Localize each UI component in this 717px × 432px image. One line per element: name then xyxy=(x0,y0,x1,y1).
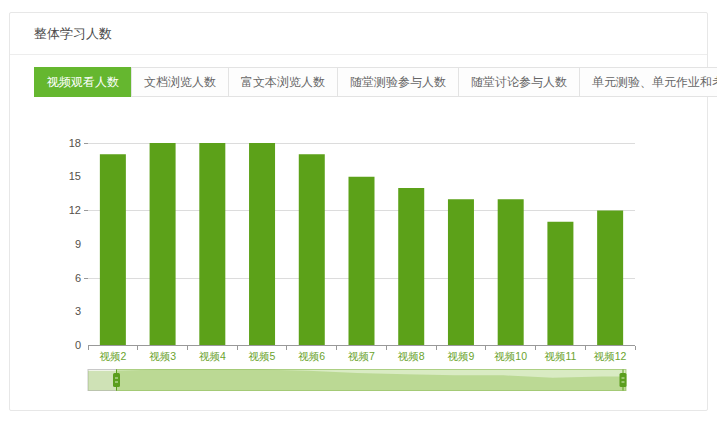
x-axis-label-视频10: 视频10 xyxy=(494,350,527,362)
chart-bar-视频6[interactable] xyxy=(299,154,325,345)
tab-bar: 视频观看人数文档浏览人数富文本浏览人数随堂测验参与人数随堂讨论参与人数单元测验、… xyxy=(34,67,683,97)
x-axis-label-视频4: 视频4 xyxy=(199,350,226,362)
navigator-left-handle[interactable] xyxy=(113,373,120,387)
chart-region: 0369121518视频2视频3视频4视频5视频6视频7视频8视频9视频10视频… xyxy=(0,108,717,408)
y-axis-label-0: 0 xyxy=(75,339,81,351)
x-axis-label-视频5: 视频5 xyxy=(249,350,276,362)
bar-chart: 0369121518视频2视频3视频4视频5视频6视频7视频8视频9视频10视频… xyxy=(0,108,717,408)
panel-header: 整体学习人数 xyxy=(10,13,707,55)
x-axis-label-视频7: 视频7 xyxy=(348,350,375,362)
x-axis-label-视频6: 视频6 xyxy=(298,350,325,362)
chart-bar-视频5[interactable] xyxy=(249,143,275,346)
chart-bar-视频4[interactable] xyxy=(199,143,225,346)
y-axis-label-6: 6 xyxy=(75,272,81,284)
tab-0[interactable]: 视频观看人数 xyxy=(34,67,132,97)
x-axis-label-视频3: 视频3 xyxy=(149,350,176,362)
navigator-right-handle[interactable] xyxy=(620,373,627,387)
chart-bar-视频7[interactable] xyxy=(349,177,375,346)
tab-2[interactable]: 富文本浏览人数 xyxy=(228,67,338,97)
x-axis-label-视频9: 视频9 xyxy=(448,350,475,362)
x-axis-label-视频11: 视频11 xyxy=(544,350,576,362)
tab-1[interactable]: 文档浏览人数 xyxy=(131,67,229,97)
y-axis-label-9: 9 xyxy=(75,238,81,250)
chart-bar-视频2[interactable] xyxy=(100,154,126,345)
chart-bar-视频8[interactable] xyxy=(398,188,424,346)
chart-bar-视频10[interactable] xyxy=(498,199,524,345)
y-axis-label-12: 12 xyxy=(69,204,81,216)
tab-3[interactable]: 随堂测验参与人数 xyxy=(337,67,459,97)
tab-4[interactable]: 随堂讨论参与人数 xyxy=(458,67,580,97)
chart-bar-视频12[interactable] xyxy=(597,211,623,346)
x-axis-label-视频8: 视频8 xyxy=(398,350,425,362)
x-axis-label-视频2: 视频2 xyxy=(99,350,126,362)
panel-title: 整体学习人数 xyxy=(34,26,112,41)
y-axis-label-3: 3 xyxy=(75,305,81,317)
tab-5[interactable]: 单元测验、单元作业和考试 xyxy=(579,67,717,97)
chart-bar-视频3[interactable] xyxy=(150,143,176,346)
chart-bar-视频9[interactable] xyxy=(448,199,474,345)
y-axis-label-15: 15 xyxy=(69,170,81,182)
y-axis-label-18: 18 xyxy=(69,137,81,149)
chart-bar-视频11[interactable] xyxy=(547,222,573,346)
navigator-selected-area[interactable] xyxy=(117,370,627,391)
x-axis-label-视频12: 视频12 xyxy=(594,350,627,362)
